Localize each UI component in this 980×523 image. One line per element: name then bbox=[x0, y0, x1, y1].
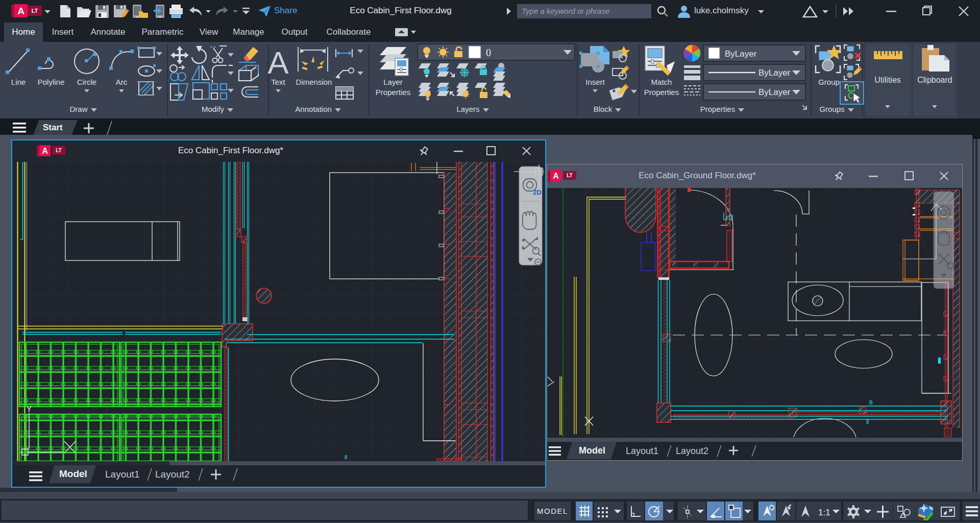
svg-text:A: A bbox=[17, 6, 24, 16]
svg-text:LT: LT bbox=[56, 148, 61, 153]
svg-text:8: 8 bbox=[345, 455, 348, 460]
svg-text:LT: LT bbox=[32, 8, 38, 14]
svg-text:A: A bbox=[267, 45, 289, 80]
svg-text:LT: LT bbox=[567, 173, 572, 178]
svg-text:1:1: 1:1 bbox=[818, 508, 830, 517]
svg-text:ByLayer: ByLayer bbox=[758, 68, 791, 78]
svg-text:2D: 2D bbox=[533, 188, 542, 196]
svg-text:A: A bbox=[553, 172, 559, 180]
svg-text:ByLayer: ByLayer bbox=[758, 87, 791, 97]
svg-text:0: 0 bbox=[486, 47, 491, 58]
svg-text:ByLayer: ByLayer bbox=[725, 49, 757, 59]
svg-text:8: 8 bbox=[866, 419, 869, 425]
svg-text:B: B bbox=[869, 400, 873, 406]
svg-text:A: A bbox=[42, 147, 48, 155]
